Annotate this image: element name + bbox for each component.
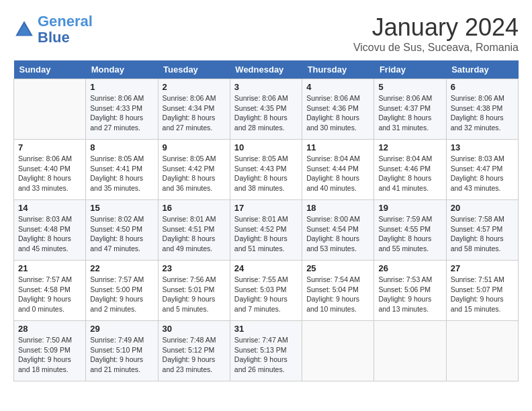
day-number: 25 — [306, 263, 369, 273]
day-number: 18 — [306, 203, 369, 213]
day-cell: 16Sunrise: 8:01 AMSunset: 4:51 PMDayligh… — [158, 200, 230, 261]
week-row-4: 21Sunrise: 7:57 AMSunset: 4:58 PMDayligh… — [14, 261, 519, 321]
day-number: 16 — [163, 203, 226, 213]
day-info: Sunrise: 8:04 AMSunset: 4:46 PMDaylight:… — [378, 154, 441, 193]
day-cell: 15Sunrise: 8:02 AMSunset: 4:50 PMDayligh… — [86, 200, 158, 261]
day-number: 8 — [90, 142, 153, 152]
day-cell: 18Sunrise: 8:00 AMSunset: 4:54 PMDayligh… — [302, 200, 374, 261]
weekday-header-friday: Friday — [374, 60, 446, 79]
day-number: 30 — [163, 324, 226, 334]
day-cell — [302, 321, 374, 381]
day-cell: 28Sunrise: 7:50 AMSunset: 5:09 PMDayligh… — [14, 321, 86, 381]
day-number: 13 — [451, 142, 514, 152]
day-info: Sunrise: 8:06 AMSunset: 4:33 PMDaylight:… — [90, 93, 153, 133]
day-info: Sunrise: 7:55 AMSunset: 5:03 PMDaylight:… — [234, 275, 298, 314]
day-number: 17 — [234, 203, 298, 213]
day-info: Sunrise: 7:59 AMSunset: 4:55 PMDaylight:… — [378, 214, 441, 254]
day-number: 6 — [451, 82, 514, 92]
day-cell: 31Sunrise: 7:47 AMSunset: 5:13 PMDayligh… — [230, 321, 302, 381]
day-info: Sunrise: 8:04 AMSunset: 4:44 PMDaylight:… — [306, 154, 369, 193]
day-number: 26 — [378, 263, 441, 273]
day-number: 14 — [18, 203, 81, 213]
day-info: Sunrise: 7:57 AMSunset: 5:00 PMDaylight:… — [90, 275, 153, 314]
day-cell: 19Sunrise: 7:59 AMSunset: 4:55 PMDayligh… — [374, 200, 446, 261]
day-cell: 2Sunrise: 8:06 AMSunset: 4:34 PMDaylight… — [158, 79, 230, 140]
day-cell: 24Sunrise: 7:55 AMSunset: 5:03 PMDayligh… — [230, 261, 302, 321]
day-number: 15 — [90, 203, 153, 213]
weekday-header-tuesday: Tuesday — [158, 60, 230, 79]
day-number: 5 — [378, 82, 441, 92]
day-number: 19 — [378, 203, 441, 213]
day-number: 7 — [18, 142, 81, 152]
day-cell: 30Sunrise: 7:48 AMSunset: 5:12 PMDayligh… — [158, 321, 230, 381]
calendar-table: SundayMondayTuesdayWednesdayThursdayFrid… — [13, 60, 519, 381]
week-row-2: 7Sunrise: 8:06 AMSunset: 4:40 PMDaylight… — [14, 140, 519, 200]
day-number: 22 — [90, 263, 153, 273]
day-cell: 13Sunrise: 8:03 AMSunset: 4:47 PMDayligh… — [446, 140, 518, 200]
day-cell: 17Sunrise: 8:01 AMSunset: 4:52 PMDayligh… — [230, 200, 302, 261]
weekday-header-monday: Monday — [86, 60, 158, 79]
page-header: General Blue January 2024 Vicovu de Sus,… — [13, 13, 519, 54]
day-info: Sunrise: 7:47 AMSunset: 5:13 PMDaylight:… — [234, 335, 298, 375]
day-info: Sunrise: 8:01 AMSunset: 4:51 PMDaylight:… — [163, 214, 226, 254]
day-cell: 12Sunrise: 8:04 AMSunset: 4:46 PMDayligh… — [374, 140, 446, 200]
day-number: 12 — [378, 142, 441, 152]
day-cell: 11Sunrise: 8:04 AMSunset: 4:44 PMDayligh… — [302, 140, 374, 200]
day-number: 9 — [163, 142, 226, 152]
day-cell: 4Sunrise: 8:06 AMSunset: 4:36 PMDaylight… — [302, 79, 374, 140]
weekday-header-thursday: Thursday — [302, 60, 374, 79]
logo-icon — [13, 19, 35, 40]
day-info: Sunrise: 8:05 AMSunset: 4:41 PMDaylight:… — [90, 154, 153, 193]
day-info: Sunrise: 8:06 AMSunset: 4:37 PMDaylight:… — [378, 93, 441, 133]
day-info: Sunrise: 7:56 AMSunset: 5:01 PMDaylight:… — [163, 275, 226, 314]
day-info: Sunrise: 8:06 AMSunset: 4:38 PMDaylight:… — [451, 93, 514, 133]
day-number: 1 — [90, 82, 153, 92]
day-cell: 8Sunrise: 8:05 AMSunset: 4:41 PMDaylight… — [86, 140, 158, 200]
day-info: Sunrise: 8:01 AMSunset: 4:52 PMDaylight:… — [234, 214, 298, 254]
day-info: Sunrise: 7:57 AMSunset: 4:58 PMDaylight:… — [18, 275, 81, 314]
day-info: Sunrise: 8:06 AMSunset: 4:35 PMDaylight:… — [234, 93, 298, 133]
title-block: January 2024 Vicovu de Sus, Suceava, Rom… — [353, 13, 519, 54]
weekday-header-wednesday: Wednesday — [230, 60, 302, 79]
weekday-header-saturday: Saturday — [446, 60, 518, 79]
day-info: Sunrise: 8:03 AMSunset: 4:48 PMDaylight:… — [18, 214, 81, 254]
weekday-header-sunday: Sunday — [14, 60, 86, 79]
day-cell: 27Sunrise: 7:51 AMSunset: 5:07 PMDayligh… — [446, 261, 518, 321]
week-row-3: 14Sunrise: 8:03 AMSunset: 4:48 PMDayligh… — [14, 200, 519, 261]
month-year: January 2024 — [353, 13, 519, 42]
day-cell: 21Sunrise: 7:57 AMSunset: 4:58 PMDayligh… — [14, 261, 86, 321]
day-cell: 23Sunrise: 7:56 AMSunset: 5:01 PMDayligh… — [158, 261, 230, 321]
day-number: 3 — [234, 82, 298, 92]
day-cell: 6Sunrise: 8:06 AMSunset: 4:38 PMDaylight… — [446, 79, 518, 140]
day-number: 24 — [234, 263, 298, 273]
day-info: Sunrise: 8:05 AMSunset: 4:43 PMDaylight:… — [234, 154, 298, 193]
day-info: Sunrise: 7:49 AMSunset: 5:10 PMDaylight:… — [90, 335, 153, 375]
day-cell — [446, 321, 518, 381]
day-cell: 22Sunrise: 7:57 AMSunset: 5:00 PMDayligh… — [86, 261, 158, 321]
day-cell: 26Sunrise: 7:53 AMSunset: 5:06 PMDayligh… — [374, 261, 446, 321]
day-info: Sunrise: 8:02 AMSunset: 4:50 PMDaylight:… — [90, 214, 153, 254]
day-cell: 25Sunrise: 7:54 AMSunset: 5:04 PMDayligh… — [302, 261, 374, 321]
week-row-1: 1Sunrise: 8:06 AMSunset: 4:33 PMDaylight… — [14, 79, 519, 140]
day-cell: 10Sunrise: 8:05 AMSunset: 4:43 PMDayligh… — [230, 140, 302, 200]
day-cell: 29Sunrise: 7:49 AMSunset: 5:10 PMDayligh… — [86, 321, 158, 381]
day-number: 31 — [234, 324, 298, 334]
day-info: Sunrise: 7:54 AMSunset: 5:04 PMDaylight:… — [306, 275, 369, 314]
day-number: 20 — [451, 203, 514, 213]
logo-text: General Blue — [38, 13, 93, 46]
day-number: 28 — [18, 324, 81, 334]
day-info: Sunrise: 7:51 AMSunset: 5:07 PMDaylight:… — [451, 275, 514, 314]
day-info: Sunrise: 7:48 AMSunset: 5:12 PMDaylight:… — [163, 335, 226, 375]
day-number: 27 — [451, 263, 514, 273]
day-number: 10 — [234, 142, 298, 152]
day-info: Sunrise: 7:58 AMSunset: 4:57 PMDaylight:… — [451, 214, 514, 254]
day-info: Sunrise: 8:06 AMSunset: 4:36 PMDaylight:… — [306, 93, 369, 133]
day-number: 2 — [163, 82, 226, 92]
day-cell — [14, 79, 86, 140]
day-cell: 5Sunrise: 8:06 AMSunset: 4:37 PMDaylight… — [374, 79, 446, 140]
day-number: 29 — [90, 324, 153, 334]
weekday-header-row: SundayMondayTuesdayWednesdayThursdayFrid… — [14, 60, 519, 79]
week-row-5: 28Sunrise: 7:50 AMSunset: 5:09 PMDayligh… — [14, 321, 519, 381]
day-number: 23 — [163, 263, 226, 273]
day-number: 21 — [18, 263, 81, 273]
